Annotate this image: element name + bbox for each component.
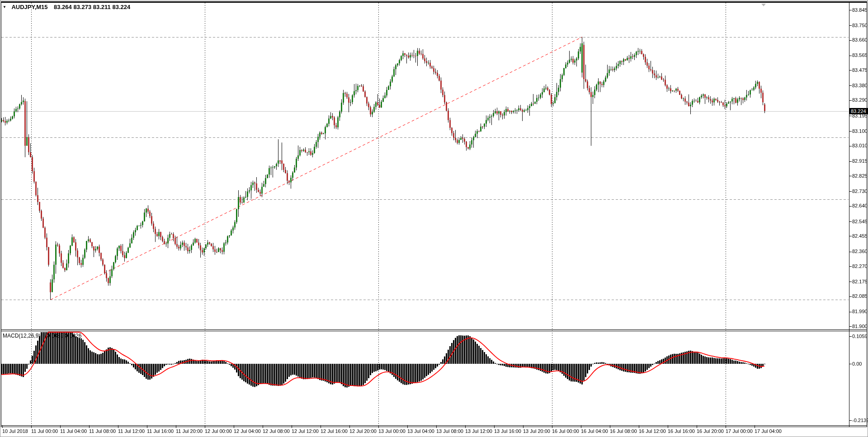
price-axis-label: 83.660: [852, 37, 868, 42]
time-axis-label: 16 Jul 16:00: [668, 428, 695, 434]
price-axis-label: 82.175: [852, 279, 868, 284]
macd-indicator-values: -0.0089 0.0026: [45, 333, 82, 339]
price-axis-label: 82.270: [852, 263, 868, 269]
window-border-top: [0, 0, 868, 0]
macd-separator-line-2[interactable]: [1, 331, 867, 331]
time-scale-border-1: [1, 425, 867, 426]
time-axis-label: 11 Jul 20:00: [176, 428, 203, 434]
time-axis-label: 16 Jul 00:00: [552, 428, 579, 434]
time-axis-label: 11 Jul 04:00: [60, 428, 87, 434]
time-axis-label: 17 Jul 00:00: [726, 428, 753, 434]
window-border-left: [0, 0, 0, 437]
time-axis-label: 11 Jul 16:00: [147, 428, 174, 434]
price-axis-label: 82.730: [852, 188, 868, 194]
time-axis-label: 11 Jul 00:00: [31, 428, 58, 434]
macd-axis-label: 0.00: [852, 361, 862, 367]
price-axis-label: 82.825: [852, 173, 868, 179]
price-axis-label: 83.380: [852, 83, 868, 88]
time-axis-label: 13 Jul 00:00: [378, 428, 406, 434]
price-axis-label: 82.640: [852, 203, 868, 208]
price-axis-label: 83.100: [852, 128, 868, 134]
time-axis-label: 16 Jul 12:00: [639, 428, 666, 434]
time-axis-label: 12 Jul 20:00: [349, 428, 377, 434]
macd-axis-label: -0.2139: [852, 418, 868, 423]
macd-indicator-name: MACD(12,26,9): [3, 333, 40, 339]
ohlc-values: 83.264 83.273 83.211 83.224: [54, 4, 130, 10]
price-axis-label: 82.545: [852, 219, 868, 224]
current-price-badge: 83.224: [849, 108, 868, 114]
time-axis-label: 16 Jul 04:00: [581, 428, 608, 434]
time-axis-label: 11 Jul 08:00: [89, 428, 116, 434]
time-axis-label: 13 Jul 20:00: [523, 428, 550, 434]
price-axis-label: 83.565: [852, 52, 868, 58]
time-axis-label: 10 Jul 2018: [2, 428, 28, 434]
macd-axis-label: 0.1059: [852, 334, 868, 339]
price-axis-label: 82.360: [852, 249, 868, 254]
price-axis-label: 83.010: [852, 143, 868, 148]
time-axis-label: 12 Jul 00:00: [205, 428, 232, 434]
price-axis-label: 82.455: [852, 233, 868, 239]
time-axis-label: 13 Jul 12:00: [465, 428, 492, 434]
time-axis-label: 12 Jul 04:00: [234, 428, 261, 434]
time-scale-border-2: [1, 427, 867, 427]
time-axis-label: 13 Jul 08:00: [436, 428, 463, 434]
macd-separator-line-1[interactable]: [1, 329, 867, 330]
time-axis-label: 12 Jul 12:00: [292, 428, 319, 434]
price-axis-label: 82.915: [852, 158, 868, 164]
time-axis-label: 17 Jul 04:00: [755, 428, 782, 434]
time-axis-label: 11 Jul 12:00: [118, 428, 145, 434]
chart-border-right: [867, 1, 867, 427]
time-axis-label: 16 Jul 20:00: [697, 428, 724, 434]
time-axis-label: 16 Jul 08:00: [610, 428, 637, 434]
macd-indicator-label-row: MACD(12,26,9) -0.0089 0.0026: [3, 333, 81, 339]
price-axis-label: 82.085: [852, 293, 868, 299]
time-axis-label: 13 Jul 04:00: [407, 428, 434, 434]
time-axis-label: 12 Jul 08:00: [263, 428, 290, 434]
collapse-icon[interactable]: ▼: [3, 5, 6, 9]
price-axis-label: 81.990: [852, 309, 868, 314]
chart-shift-marker-icon[interactable]: [761, 4, 766, 6]
price-axis-label: 81.900: [852, 324, 868, 329]
price-scale-border: [849, 1, 849, 427]
chart-window: ▼ AUDJPY,M15 83.264 83.273 83.211 83.224…: [0, 0, 868, 437]
symbol-period-label: AUDJPY,M15: [11, 4, 47, 10]
price-axis-label: 83.475: [852, 67, 868, 73]
chart-canvas[interactable]: [0, 0, 868, 437]
price-axis-label: 83.290: [852, 97, 868, 103]
chart-border-left: [1, 1, 1, 427]
price-axis-label: 83.750: [852, 23, 868, 28]
time-axis-label: 12 Jul 16:00: [321, 428, 348, 434]
chart-border-top: [1, 1, 867, 3]
price-axis-label: 83.845: [852, 7, 868, 13]
chart-title-bar: ▼ AUDJPY,M15 83.264 83.273 83.211 83.224: [3, 3, 130, 10]
time-axis-label: 13 Jul 16:00: [494, 428, 521, 434]
